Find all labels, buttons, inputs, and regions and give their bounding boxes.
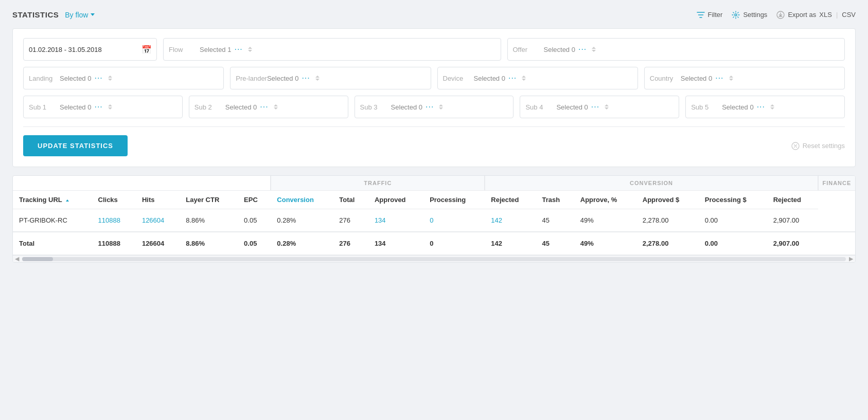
flow-label: Flow [169,46,200,53]
pipe-divider: | [836,11,838,19]
sub4-sort-arrows[interactable] [605,104,609,109]
scroll-track[interactable] [22,257,846,261]
filter-row-3: Sub 1 Selected 0 ··· Sub 2 Selected 0 ··… [23,96,845,118]
cell-total-approve-pct: 49% [574,232,636,255]
cell-total-approved: 134 [368,232,423,255]
flow-filter[interactable]: Flow Selected 1 ··· [163,38,501,61]
prelander-label: Pre-lander [236,75,267,82]
cell-trash: 45 [536,209,574,232]
sub1-filter[interactable]: Sub 1 Selected 0 ··· [23,96,183,118]
export-xls[interactable]: XLS [819,11,832,19]
landing-filter[interactable]: Landing Selected 0 ··· [23,67,224,89]
landing-dots-icon: ··· [94,74,102,83]
col-epc: EPC [238,191,271,209]
sub4-filter[interactable]: Sub 4 Selected 0 ··· [520,96,679,118]
cell-total-epc: 0.05 [238,232,271,255]
sub5-filter[interactable]: Sub 5 Selected 0 ··· [685,96,845,118]
country-label: Country [650,75,681,82]
sub1-label: Sub 1 [29,103,60,111]
update-statistics-button[interactable]: UPDATE STATISTICS [23,135,128,156]
page-title: STATISTICS [12,10,59,19]
filter-action[interactable]: Filter [697,11,723,19]
device-label: Device [443,75,474,82]
settings-label: Settings [743,11,767,19]
sub5-arrow-down [770,107,774,109]
sort-tracking-url-icon [66,199,69,202]
cell-total-total: 276 [333,232,368,255]
country-dots-icon: ··· [715,74,723,83]
horizontal-scrollbar[interactable]: ◀ ▶ [13,255,855,262]
device-filter[interactable]: Device Selected 0 ··· [437,67,638,89]
cell-processing-usd: 0.00 [699,209,767,232]
cell-approve-pct: 49% [574,209,636,232]
sub3-label: Sub 3 [360,103,391,111]
col-approved: Approved [368,191,423,209]
prelander-dots-icon: ··· [302,74,310,83]
prelander-arrow-down [315,79,320,81]
sub3-sort-arrows[interactable] [439,104,443,109]
cell-clicks[interactable]: 110888 [92,209,136,232]
date-range-filter[interactable]: 01.02.2018 - 31.05.2018 📅 [23,38,157,61]
prelander-sort-arrows[interactable] [315,76,320,81]
total-row: Total 110888 126604 8.86% 0.05 0.28% 276… [13,232,855,255]
cell-total-approved-usd: 2,278.00 [636,232,699,255]
reset-settings-link[interactable]: Reset settings [791,142,845,150]
sub2-sort-arrows[interactable] [274,104,278,109]
col-processing: Processing [423,191,485,209]
prelander-selected: Selected 0 [267,75,298,82]
settings-icon [732,11,740,19]
date-range-value: 01.02.2018 - 31.05.2018 [29,46,142,53]
cell-total-hits: 126604 [136,232,180,255]
col-rejected: Rejected [485,191,536,209]
sub4-dots-icon: ··· [591,102,599,112]
sub1-selected: Selected 0 [60,103,91,111]
prelander-filter[interactable]: Pre-lander Selected 0 ··· [230,67,431,89]
settings-action[interactable]: Settings [732,11,767,19]
cell-total-trash: 45 [536,232,574,255]
export-section: Export as XLS | CSV [776,11,856,19]
landing-arrow-up [108,76,112,78]
svg-point-0 [735,14,737,16]
device-sort-arrows[interactable] [522,76,526,81]
sub1-dots-icon: ··· [94,102,102,112]
flow-selected: Selected 1 [200,46,231,53]
col-trash: Trash [536,191,574,209]
cell-total-processing-usd: 0.00 [699,232,767,255]
cell-processing[interactable]: 0 [423,209,485,232]
sub4-selected: Selected 0 [556,103,588,111]
cell-rejected[interactable]: 142 [485,209,536,232]
country-filter[interactable]: Country Selected 0 ··· [644,67,845,89]
landing-sort-arrows[interactable] [108,76,112,81]
cell-rejected-usd: 2,907.00 [767,209,818,232]
flow-dots-icon: ··· [234,45,242,54]
sub4-arrow-down [605,107,609,109]
cell-total-layer-ctr: 8.86% [180,232,238,255]
cell-hits[interactable]: 126604 [136,209,180,232]
offer-arrow-down [592,50,596,52]
sub2-dots-icon: ··· [260,102,268,112]
sub1-sort-arrows[interactable] [108,104,112,109]
page-header: STATISTICS By flow Filter Settings [12,10,856,19]
sub5-sort-arrows[interactable] [770,104,774,109]
chevron-down-icon [91,13,95,16]
col-rejected-usd: Rejected [767,191,818,209]
sub2-label: Sub 2 [194,103,225,111]
offer-filter[interactable]: Offer Selected 0 ··· [507,38,845,61]
device-arrow-down [522,79,526,81]
sub1-arrow-up [108,104,112,106]
offer-sort-arrows[interactable] [592,47,596,52]
col-approved-usd: Approved $ [636,191,699,209]
group-traffic: TRAFFIC [271,176,485,191]
filter-row-2: Landing Selected 0 ··· Pre-lander Select… [23,67,845,89]
device-dots-icon: ··· [508,74,517,83]
export-csv[interactable]: CSV [842,11,856,19]
flow-sort-arrows[interactable] [248,47,252,52]
col-tracking-url[interactable]: Tracking URL [13,191,92,209]
by-flow-dropdown[interactable]: By flow [65,11,95,19]
sub2-filter[interactable]: Sub 2 Selected 0 ··· [189,96,348,118]
sub3-filter[interactable]: Sub 3 Selected 0 ··· [355,96,514,118]
country-sort-arrows[interactable] [729,76,733,81]
col-conversion[interactable]: Conversion [271,191,333,209]
cell-total-rejected: 142 [485,232,536,255]
cell-approved[interactable]: 134 [368,209,423,232]
